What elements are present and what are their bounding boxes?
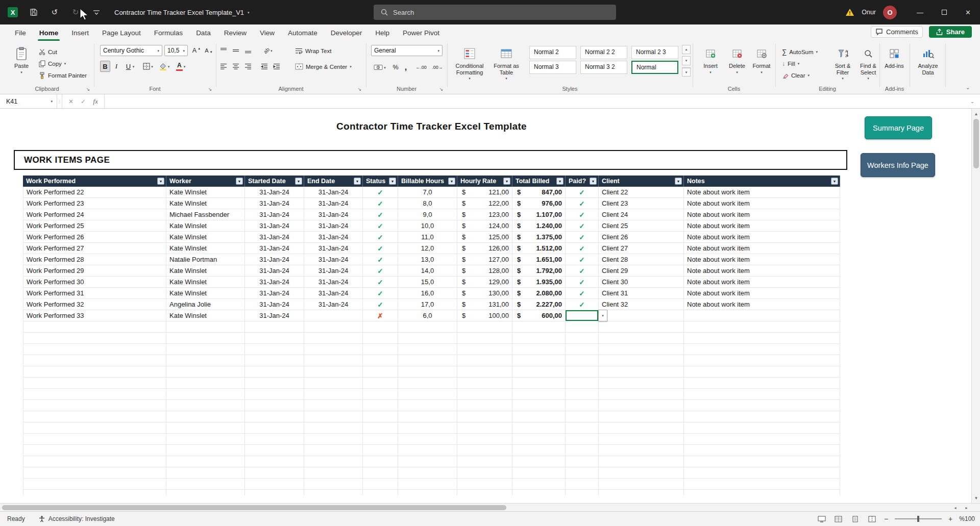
cell-paid[interactable]: ✓ (566, 232, 599, 243)
cell-client[interactable]: Client 24 (599, 209, 684, 220)
cut-button[interactable]: Cut (39, 46, 57, 57)
cell-rate[interactable]: $100,00 (457, 310, 512, 321)
borders-button[interactable]: ▾ (141, 61, 155, 72)
cell-started[interactable]: 31-Jan-24 (245, 265, 304, 277)
cell-client[interactable]: Client 30 (599, 277, 684, 288)
empty-grid[interactable] (23, 321, 840, 495)
cell-hours[interactable]: 17,0 (398, 299, 457, 310)
alignment-dialog-launcher[interactable]: ↘ (356, 86, 363, 92)
cell-hours[interactable]: 8,0 (398, 198, 457, 209)
cell-status[interactable]: ✓ (363, 265, 398, 277)
cell-notes[interactable]: Note about work item (684, 243, 840, 254)
column-header-work-performed[interactable]: Work Performed▼ (23, 176, 166, 187)
scroll-left-icon[interactable]: ◂ (951, 504, 960, 512)
cell-rate[interactable]: $129,00 (457, 277, 512, 288)
cell-worker[interactable]: Kate Winslet (166, 265, 245, 277)
vertical-scrollbar-thumb[interactable] (973, 119, 979, 168)
cell-notes[interactable]: Note about work item (684, 288, 840, 299)
cell-client[interactable]: Client 29 (599, 265, 684, 277)
cell-total[interactable]: $1.107,00 (512, 209, 566, 220)
cell-worker[interactable]: Natalie Portman (166, 254, 245, 265)
cell-hours[interactable]: 15,0 (398, 277, 457, 288)
cell-rate[interactable]: $130,00 (457, 288, 512, 299)
horizontal-scrollbar[interactable]: ◂ ▸ (0, 503, 980, 511)
cell-notes[interactable]: Note about work item (684, 232, 840, 243)
tab-file[interactable]: File (8, 24, 33, 41)
decrease-font-size-button[interactable]: A▼ (203, 45, 214, 56)
tab-review[interactable]: Review (217, 24, 253, 41)
cell-started[interactable]: 31-Jan-24 (245, 220, 304, 232)
filter-button-paid[interactable]: ▼ (590, 178, 597, 185)
cell-status[interactable]: ✓ (363, 232, 398, 243)
increase-indent-button[interactable] (272, 61, 282, 72)
accessibility-status[interactable]: Accessibility: Investigate (38, 515, 115, 522)
cell-notes[interactable]: Note about work item (684, 277, 840, 288)
cell-style-normal-3-2[interactable]: Normal 3 2 (580, 61, 627, 74)
font-size-select[interactable]: 10,5 ▾ (164, 45, 188, 56)
cell-client[interactable]: Client 26 (599, 232, 684, 243)
filter-button-hourly-rate[interactable]: ▼ (503, 178, 510, 185)
cell-style-normal[interactable]: Normal (631, 61, 678, 74)
filter-button-end-date[interactable]: ▼ (354, 178, 361, 185)
number-format-select[interactable]: General ▾ (371, 45, 443, 56)
tab-home[interactable]: Home (33, 24, 65, 41)
conditional-formatting-button[interactable]: Conditional Formatting ▾ (452, 43, 487, 80)
cell-notes[interactable]: Note about work item (684, 254, 840, 265)
cell-style-normal-3[interactable]: Normal 3 (529, 61, 576, 74)
section-title[interactable]: WORK ITEMS PAGE (14, 150, 847, 170)
cell-started[interactable]: 31-Jan-24 (245, 277, 304, 288)
cell-total[interactable]: $1.240,00 (512, 220, 566, 232)
cell-client[interactable]: Client 32 (599, 299, 684, 310)
name-box-splitter[interactable]: ⋮ (57, 94, 62, 108)
cell-worker[interactable]: Kate Winslet (166, 310, 245, 321)
font-color-button[interactable]: A ▾ (174, 61, 188, 72)
cell-total[interactable]: $1.512,00 (512, 243, 566, 254)
cell-style-normal-2-2[interactable]: Normal 2 2 (580, 46, 627, 59)
cell-rate[interactable]: $124,00 (457, 220, 512, 232)
cell-hours[interactable]: 9,0 (398, 209, 457, 220)
fill-color-button[interactable]: ▾ (157, 61, 172, 72)
cell-work[interactable]: Work Performed 23 (23, 198, 166, 209)
zoom-slider-thumb[interactable] (917, 516, 919, 522)
cell-total[interactable]: $1.651,00 (512, 254, 566, 265)
cell-hours[interactable]: 12,0 (398, 243, 457, 254)
cell-status[interactable]: ✓ (363, 277, 398, 288)
customize-qat-icon[interactable] (90, 6, 103, 19)
document-title[interactable]: Contractor Time Tracker Excel Template_V… (114, 0, 250, 24)
align-middle-button[interactable] (231, 45, 241, 56)
insert-cells-button[interactable]: Insert ▾ (698, 43, 723, 74)
cell-end[interactable]: 31-Jan-24 (304, 265, 363, 277)
merge-center-button[interactable]: Merge & Center ▾ (295, 61, 352, 72)
font-dialog-launcher[interactable]: ↘ (207, 86, 213, 92)
cell-total[interactable]: $976,00 (512, 198, 566, 209)
wrap-text-button[interactable]: Wrap Text (295, 45, 331, 56)
cell-rate[interactable]: $125,00 (457, 232, 512, 243)
page-title[interactable]: Contractor Time Tracker Excel Template (23, 121, 840, 132)
tab-developer[interactable]: Developer (324, 24, 369, 41)
cancel-icon[interactable]: ✕ (68, 98, 74, 105)
cell-worker[interactable]: Kate Winslet (166, 198, 245, 209)
sort-filter-button[interactable]: AZ Sort & Filter ▾ (830, 43, 855, 80)
cell-work[interactable]: Work Performed 30 (23, 277, 166, 288)
cell-paid[interactable]: ✓ (566, 198, 599, 209)
cell-started[interactable]: 31-Jan-24 (245, 299, 304, 310)
cell-started[interactable]: 31-Jan-24 (245, 243, 304, 254)
cell-rate[interactable]: $123,00 (457, 209, 512, 220)
cell-rate[interactable]: $128,00 (457, 265, 512, 277)
cell-notes[interactable]: Note about work item (684, 209, 840, 220)
vertical-scrollbar[interactable]: ▲ ▼ (971, 109, 980, 503)
formula-bar-expand-icon[interactable]: ⌄ (965, 94, 980, 108)
tab-page-layout[interactable]: Page Layout (95, 24, 148, 41)
comments-button[interactable]: Comments (871, 26, 923, 38)
column-header-notes[interactable]: Notes▼ (684, 176, 840, 187)
column-header-client[interactable]: Client▼ (599, 176, 684, 187)
cell-paid[interactable]: ✓ (566, 220, 599, 232)
avatar[interactable]: O (883, 6, 897, 19)
cell-notes[interactable]: Note about work item (684, 220, 840, 232)
zoom-in-button[interactable]: + (948, 515, 952, 522)
cell-paid[interactable]: ✓ (566, 209, 599, 220)
insert-function-icon[interactable]: fx (93, 97, 98, 106)
filter-button-started-date[interactable]: ▼ (295, 178, 302, 185)
horizontal-scrollbar-thumb[interactable] (2, 505, 506, 510)
name-box[interactable]: K41 ▾ (0, 94, 57, 108)
